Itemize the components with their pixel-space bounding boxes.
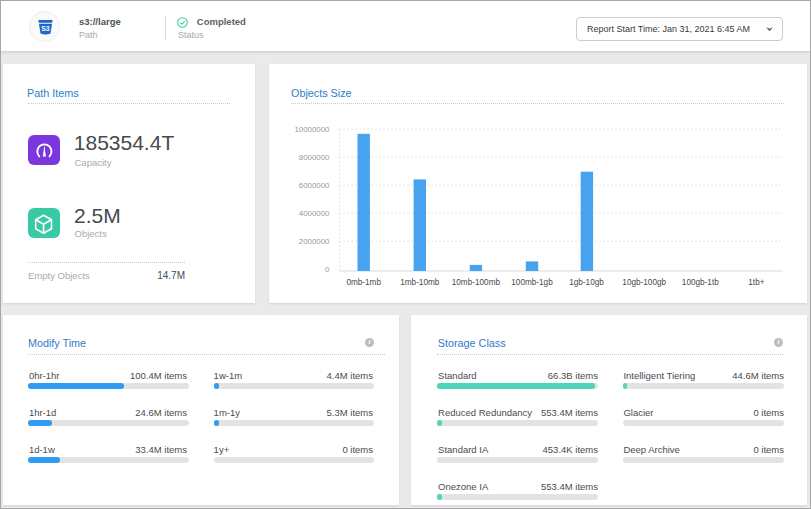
svg-text:0: 0 [325, 265, 330, 274]
svg-text:100mb-1gb: 100mb-1gb [511, 278, 553, 287]
svg-text:S3: S3 [41, 25, 50, 32]
svg-text:10gb-100gb: 10gb-100gb [622, 278, 666, 287]
svg-text:8000000: 8000000 [299, 153, 330, 162]
svg-text:0mb-1mb: 0mb-1mb [346, 278, 381, 287]
svg-text:6000000: 6000000 [299, 181, 330, 190]
svg-text:1gb-10gb: 1gb-10gb [569, 278, 604, 287]
svg-text:10000000: 10000000 [294, 125, 330, 134]
svg-text:100gb-1tb: 100gb-1tb [682, 278, 719, 287]
svg-text:4000000: 4000000 [299, 209, 330, 218]
svg-text:1mb-10mb: 1mb-10mb [400, 278, 440, 287]
svg-text:10mb-100mb: 10mb-100mb [452, 278, 501, 287]
svg-text:2000000: 2000000 [299, 237, 330, 246]
svg-text:1tb+: 1tb+ [748, 278, 764, 287]
